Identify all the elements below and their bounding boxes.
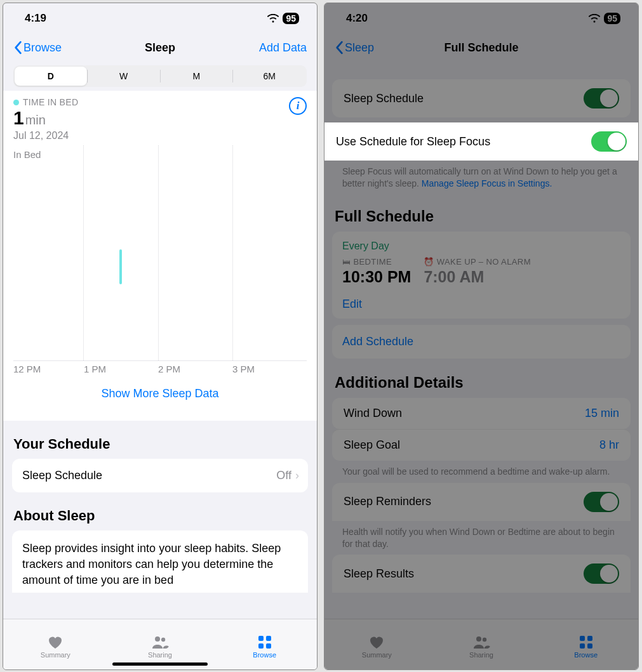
row-label: Use Schedule for Sleep Focus [336, 135, 490, 148]
row-label: Wind Down [344, 407, 402, 420]
wifi-icon [267, 14, 279, 23]
metric-date: Jul 12, 2024 [13, 130, 78, 142]
sleep-results-toggle[interactable] [584, 563, 619, 584]
tab-label: Browse [574, 651, 598, 659]
back-label: Browse [23, 41, 62, 55]
sleep-schedule-toggle[interactable] [584, 88, 619, 109]
status-bar: 4:20 95 [324, 3, 638, 34]
alarm-icon: ⏰ [424, 257, 434, 267]
sleep-focus-toggle[interactable] [591, 131, 627, 152]
metric-value: 1 [13, 107, 24, 128]
svg-point-1 [161, 637, 165, 641]
recurrence-label: Every Day [342, 240, 620, 252]
svg-rect-8 [580, 636, 585, 641]
sleep-reminders-row[interactable]: Sleep Reminders [332, 483, 631, 521]
tab-browse[interactable]: Browse [212, 619, 317, 669]
grid-icon [577, 635, 595, 650]
chevron-right-icon: › [295, 469, 299, 482]
add-schedule-button[interactable]: Add Schedule [332, 325, 631, 359]
heart-icon [46, 635, 64, 650]
segment-6month[interactable]: 6M [233, 67, 305, 86]
bed-icon: 🛏 [342, 257, 351, 267]
sleep-results-row[interactable]: Sleep Results [332, 555, 631, 593]
row-value: Off [276, 469, 291, 482]
x-tick: 12 PM [13, 364, 84, 374]
back-button[interactable]: Browse [13, 41, 62, 55]
row-label: Sleep Results [344, 567, 414, 581]
goal-footnote: Your goal will be used to recommend a be… [324, 461, 638, 480]
focus-footnote: Sleep Focus will automatically turn on a… [324, 161, 638, 192]
tab-label: Summary [362, 651, 392, 659]
segment-month[interactable]: M [161, 67, 233, 86]
row-label: Sleep Schedule [22, 469, 102, 482]
segment-week[interactable]: W [88, 67, 160, 86]
tab-bar: Summary Sharing Browse [324, 619, 638, 669]
wind-down-row[interactable]: Wind Down 15 min [332, 398, 631, 429]
people-icon [472, 635, 490, 650]
svg-point-7 [483, 637, 486, 641]
tab-label: Browse [253, 651, 276, 659]
schedule-card[interactable]: Every Day 🛏BEDTIME 10:30 PM ⏰WAKE UP – N… [332, 232, 631, 319]
svg-rect-3 [266, 636, 271, 641]
reminders-footnote: Health will notify you when Wind Down or… [324, 521, 638, 553]
wakeup-value: 7:00 AM [424, 268, 530, 286]
x-tick: 2 PM [158, 364, 232, 374]
tab-label: Sharing [469, 651, 493, 659]
wakeup-label: WAKE UP – NO ALARM [437, 257, 531, 267]
svg-rect-2 [258, 636, 264, 641]
svg-rect-10 [580, 643, 585, 649]
manage-focus-link[interactable]: Manage Sleep Focus in Settings. [422, 178, 552, 188]
clock: 4:20 [346, 12, 368, 25]
status-bar: 4:19 95 [3, 3, 317, 34]
heart-icon [368, 635, 385, 650]
svg-rect-11 [587, 643, 592, 649]
battery-level: 95 [283, 13, 299, 24]
sleep-goal-row[interactable]: Sleep Goal 8 hr [332, 429, 631, 461]
home-indicator[interactable] [112, 662, 208, 666]
svg-rect-5 [266, 643, 271, 649]
svg-rect-4 [258, 643, 264, 649]
edit-schedule-button[interactable]: Edit [342, 298, 620, 311]
people-icon [151, 635, 169, 650]
sleep-chart[interactable]: In Bed [13, 145, 307, 361]
bedtime-value: 10:30 PM [342, 268, 411, 286]
nav-bar: Browse Sleep Add Data [3, 34, 317, 62]
row-label: Sleep Goal [344, 438, 400, 452]
nav-bar: Sleep Full Schedule [324, 34, 638, 62]
row-value: 15 min [585, 407, 619, 420]
row-label: Sleep Reminders [344, 495, 431, 508]
tab-summary[interactable]: Summary [324, 619, 429, 669]
x-tick: 1 PM [84, 364, 158, 374]
sleep-reminders-toggle[interactable] [584, 492, 619, 512]
back-button[interactable]: Sleep [335, 41, 374, 55]
metric-label: TIME IN BED [23, 97, 78, 107]
chevron-left-icon [335, 41, 344, 55]
tab-sharing[interactable]: Sharing [429, 619, 534, 669]
about-sleep-text: Sleep provides insight into your sleep h… [12, 530, 308, 593]
tab-browse[interactable]: Browse [533, 619, 638, 669]
segment-day[interactable]: D [15, 67, 87, 86]
tab-summary[interactable]: Summary [3, 619, 108, 669]
sleep-screen: 4:19 95 Browse Sleep Add Data D W M 6M T… [3, 3, 318, 670]
additional-details-heading: Additional Details [324, 359, 638, 398]
metric-unit: min [25, 113, 46, 127]
chart-bar-1pm [119, 249, 122, 284]
chevron-left-icon [13, 41, 22, 55]
your-schedule-heading: Your Schedule [3, 421, 317, 459]
sleep-schedule-row[interactable]: Sleep Schedule Off› [12, 459, 308, 492]
battery-level: 95 [604, 13, 620, 24]
back-label: Sleep [345, 41, 374, 55]
svg-rect-9 [587, 636, 592, 641]
wifi-icon [589, 14, 600, 23]
sleep-schedule-toggle-row[interactable]: Sleep Schedule [332, 79, 631, 117]
add-data-button[interactable]: Add Data [259, 41, 307, 55]
full-schedule-screen: 4:20 95 Sleep Full Schedule Sleep Schedu… [324, 3, 639, 670]
grid-icon [256, 635, 274, 650]
time-range-segmented[interactable]: D W M 6M [13, 65, 307, 87]
row-value: 8 hr [599, 438, 619, 452]
svg-point-6 [476, 636, 481, 642]
show-more-button[interactable]: Show More Sleep Data [13, 374, 307, 412]
use-schedule-focus-row[interactable]: Use Schedule for Sleep Focus [324, 122, 638, 161]
tab-label: Sharing [148, 651, 172, 659]
info-button[interactable]: i [289, 97, 307, 115]
